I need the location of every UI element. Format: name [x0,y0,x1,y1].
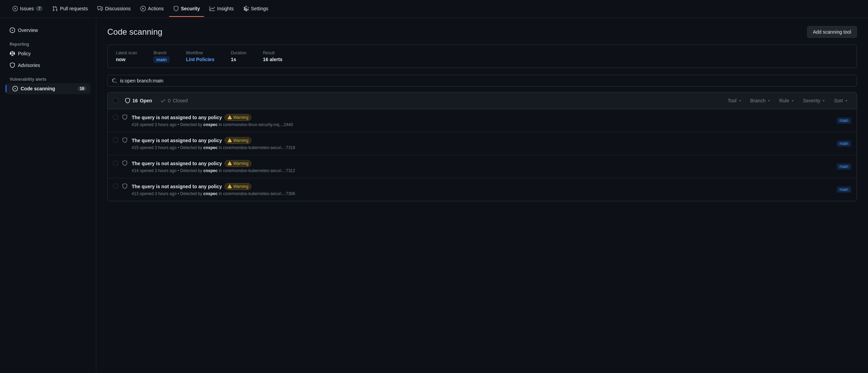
alert-checkbox-1[interactable] [113,138,118,143]
search-icon [112,78,117,83]
insights-icon [209,6,215,11]
alert-content-1: The query is not assigned to any policy … [132,137,833,150]
alert-branch-tag-1: main [837,140,851,147]
nav-insights[interactable]: Insights [205,1,238,17]
alert-checkbox-2[interactable] [113,161,118,166]
tool-filter-button[interactable]: Tool [725,97,745,105]
nav-settings-label: Settings [251,6,269,11]
page-title: Code scanning [107,27,162,37]
nav-issues[interactable]: Issues 7 [8,1,47,17]
settings-nav-icon [243,6,249,11]
workflow-link[interactable]: Lint Policies [186,57,214,62]
sidebar-advisories-label: Advisories [18,63,40,68]
table-row[interactable]: The query is not assigned to any policy … [108,155,857,178]
scan-result-value: 16 alerts [263,57,283,62]
alert-severity-badge-0: Warning [225,114,251,121]
actions-icon [140,6,146,11]
rule-filter-label: Rule [779,98,789,103]
alert-content-0: The query is not assigned to any policy … [132,114,833,127]
top-nav: Issues 7 Pull requests Discussions Actio… [0,0,868,18]
alert-severity-badge-2: Warning [225,160,251,167]
alert-shield-icon-0 [122,114,128,121]
severity-filter-button[interactable]: Severity [800,97,829,105]
warning-triangle-icon [228,161,232,166]
closed-filter-button[interactable]: 0 Closed [159,97,189,104]
alert-title-row-1: The query is not assigned to any policy … [132,137,833,144]
rule-filter-button[interactable]: Rule [777,97,798,105]
sidebar-item-advisories[interactable]: Advisories [6,60,90,71]
alert-title-0: The query is not assigned to any policy [132,115,222,120]
checkmark-icon [160,98,166,103]
closed-label: Closed [173,98,188,103]
nav-pull-requests[interactable]: Pull requests [48,1,92,17]
table-row[interactable]: The query is not assigned to any policy … [108,178,857,201]
alert-title-row-3: The query is not assigned to any policy … [132,183,833,190]
advisories-icon [10,63,15,68]
scan-info-box: Latest scan now Branch main Workflow Lin… [107,45,857,68]
warning-triangle-icon [228,138,232,143]
discussions-icon [97,6,103,11]
alert-title-row-0: The query is not assigned to any policy … [132,114,833,121]
alert-id-0: #16 opened 3 hours ago • Detected by [132,122,203,127]
sidebar-overview-label: Overview [18,27,38,33]
alert-tool-2: cnspec [203,168,217,173]
sidebar-vuln-section: Vulnerability alerts [6,71,90,83]
sidebar-policy-label: Policy [18,51,31,56]
latest-scan-label: Latest scan [116,50,137,55]
nav-security-label: Security [181,6,200,11]
search-input[interactable] [120,78,853,83]
nav-discussions[interactable]: Discussions [93,1,135,17]
alert-branch-tag-3: main [837,186,851,193]
nav-actions[interactable]: Actions [136,1,168,17]
sidebar-item-overview[interactable]: Overview [6,25,90,36]
add-scanning-tool-button[interactable]: Add scanning tool [807,26,857,38]
nav-pr-label: Pull requests [60,6,88,11]
sidebar-item-policy[interactable]: Policy [6,48,90,59]
nav-security[interactable]: Security [169,1,204,17]
alert-shield-icon-1 [122,137,128,144]
chevron-down-icon [738,99,742,103]
code-scanning-icon [12,86,18,91]
select-all-checkbox[interactable] [113,98,118,103]
scan-duration-value: 1s [231,57,236,62]
main-content: Code scanning Add scanning tool Latest s… [96,18,868,373]
severity-filter-label: Severity [803,98,821,103]
latest-scan-value: now [116,57,126,62]
alerts-header-right: Tool Branch Rule Severity [725,97,851,105]
scan-duration-label: Duration [231,50,246,55]
branch-filter-button[interactable]: Branch [748,97,774,105]
scan-branch-value: main [153,56,169,63]
issues-icon [12,6,18,11]
table-row[interactable]: The query is not assigned to any policy … [108,132,857,155]
sidebar-code-scanning-label: Code scanning [21,86,55,91]
alert-checkbox-3[interactable] [113,184,118,189]
alert-meta-0: #16 opened 3 hours ago • Detected by cns… [132,122,833,127]
alert-location-1: in core/mondoo-kubernetes-securi...:7318 [218,145,295,150]
scan-duration: Duration 1s [231,50,246,62]
nav-settings[interactable]: Settings [239,1,273,17]
alert-id-3: #13 opened 3 hours ago • Detected by [132,191,203,196]
alert-id-1: #15 opened 3 hours ago • Detected by [132,145,203,150]
branch-chevron-icon [767,99,771,103]
warning-triangle-icon [228,184,232,189]
table-row[interactable]: The query is not assigned to any policy … [108,109,857,132]
security-nav-icon [173,6,179,11]
sort-label: Sort [834,98,843,103]
open-filter-button[interactable]: 16 Open [123,97,153,104]
alert-shield-icon-2 [122,160,128,167]
svg-point-1 [14,8,16,9]
scan-branch-label: Branch [153,50,169,55]
alert-location-0: in core/mondoo-linux-security.mq...:2440 [218,122,293,127]
alert-checkbox-0[interactable] [113,115,118,120]
alert-location-2: in core/mondoo-kubernetes-securi...:7312 [218,168,295,173]
alert-content-3: The query is not assigned to any policy … [132,183,833,196]
sidebar-item-code-scanning[interactable]: Code scanning 16 [6,83,90,94]
open-count: 16 [132,98,138,103]
scan-workflow-label: Workflow [186,50,214,55]
sort-button[interactable]: Sort [831,97,851,105]
alert-branch-tag-0: main [837,117,851,124]
sidebar: Overview Reporting Policy Advisories Vul… [0,18,96,373]
nav-issues-label: Issues [20,6,34,11]
policy-icon [10,51,15,56]
nav-insights-label: Insights [217,6,234,11]
